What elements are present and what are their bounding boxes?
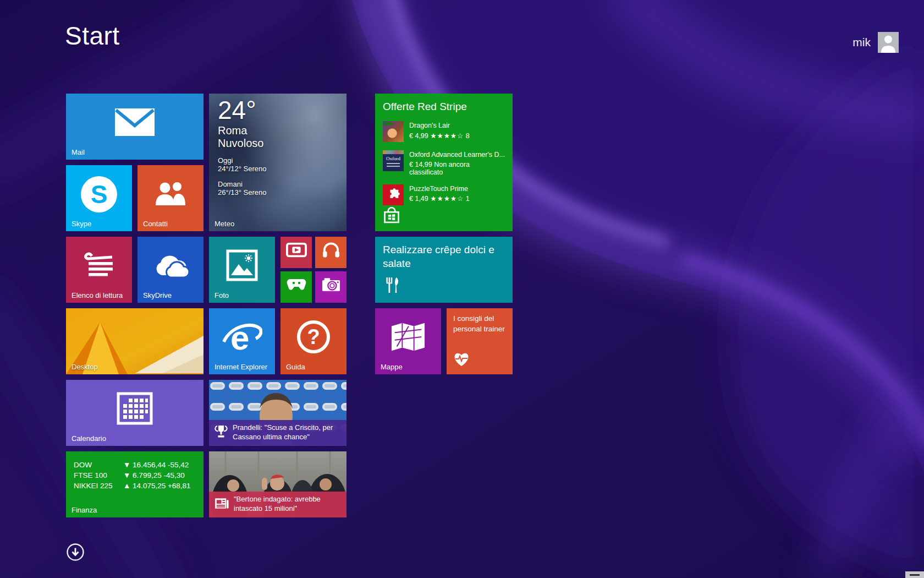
tile-sport-news[interactable]: Prandelli: "Scuse a Criscito, per Cassan…: [209, 380, 346, 446]
quote-row: NIKKEI 225 ▲ 14.075,25 +68,81: [74, 481, 204, 491]
store-item-price: € 1,49: [409, 195, 428, 203]
star-rating: ★★★★☆: [430, 132, 464, 140]
store-item-name: Oxford Advanced Learner's D...: [409, 151, 505, 160]
tile-desktop[interactable]: Desktop: [66, 308, 204, 374]
newspaper-icon: [215, 498, 229, 511]
tile-games[interactable]: [280, 271, 312, 303]
star-rating: ★★★★☆: [430, 195, 464, 203]
book-cover-line: [387, 163, 400, 164]
apps-view-button[interactable]: [66, 543, 85, 561]
trainer-article-title: I consigli del personal trainer: [447, 308, 513, 335]
xbox-controller-icon: [287, 278, 306, 293]
tile-label: Calendario: [72, 434, 106, 443]
quote-value: ▲ 14.075,25 +68,81: [123, 481, 191, 491]
xbox-badge: [384, 122, 392, 125]
tile-mail[interactable]: Mail: [66, 94, 204, 160]
store-offers-title: Offerte Red Stripe: [383, 101, 505, 113]
calendar-icon: [117, 392, 153, 427]
weather-city: Roma: [218, 124, 346, 138]
tile-personal-trainer[interactable]: I consigli del personal trainer: [447, 308, 513, 374]
tile-label: Mappe: [381, 363, 403, 371]
tile-help[interactable]: ? Guida: [280, 308, 346, 374]
user-account[interactable]: mik: [853, 32, 899, 53]
tile-label: Desktop: [72, 363, 98, 371]
cloud-icon: [152, 253, 189, 280]
quote-name: FTSE 100: [74, 470, 123, 481]
store-item-price: € 4,99: [409, 132, 428, 140]
store-item-price: € 14,99: [409, 161, 432, 168]
tile-store-offers[interactable]: Offerte Red Stripe Dragon's Lair € 4,99 …: [375, 94, 513, 231]
news-headline-bar: "Bertone indagato: avrebbe intascato 15 …: [209, 492, 346, 517]
tile-label: Contatti: [143, 220, 168, 228]
store-item[interactable]: PuzzleTouch Prime € 1,49 ★★★★☆ 1: [383, 184, 505, 205]
tile-camera[interactable]: [315, 271, 346, 303]
tile-finance[interactable]: DOW ▼ 16.456,44 -55,42 FTSE 100 ▼ 6.799,…: [66, 451, 204, 517]
quote-name: NIKKEI 225: [74, 481, 123, 491]
finance-quotes: DOW ▼ 16.456,44 -55,42 FTSE 100 ▼ 6.799,…: [66, 451, 204, 491]
heart-pulse-icon: [453, 352, 470, 369]
tile-video[interactable]: [280, 237, 312, 268]
weather-temperature: 24°: [218, 97, 346, 124]
tile-weather[interactable]: 24° Roma Nuvoloso Oggi 24°/12° Sereno Do…: [209, 94, 346, 231]
sport-headline-bar: Prandelli: "Scuse a Criscito, per Cassan…: [209, 420, 346, 446]
map-icon: [391, 321, 426, 355]
people-icon: [155, 182, 186, 208]
tile-photos[interactable]: Foto: [209, 237, 275, 303]
tile-label: Elenco di lettura: [72, 291, 123, 299]
headphones-icon: [322, 242, 340, 260]
mail-icon: [115, 108, 155, 138]
fork-knife-icon: [384, 276, 400, 296]
page-title: Start: [65, 21, 120, 51]
tile-label: Finanza: [72, 506, 97, 514]
rating-count: 8: [466, 132, 470, 140]
weather-tomorrow-label: Domani: [218, 180, 346, 189]
tile-label: SkyDrive: [143, 291, 172, 299]
tile-reading-list[interactable]: Elenco di lettura: [66, 237, 132, 303]
store-item-rating: € 1,49 ★★★★☆ 1: [409, 194, 470, 203]
user-avatar-icon[interactable]: [878, 32, 899, 53]
tile-music[interactable]: [315, 237, 346, 268]
tile-label: Guida: [286, 363, 305, 371]
tile-news[interactable]: "Bertone indagato: avrebbe intascato 15 …: [209, 451, 346, 517]
weather-today-label: Oggi: [218, 156, 346, 165]
weather-summary: 24° Roma Nuvoloso Oggi 24°/12° Sereno Do…: [209, 94, 346, 198]
puzzletouch-thumbnail: [383, 184, 404, 205]
tile-label: Internet Explorer: [215, 363, 267, 371]
horizontal-scrollbar-thumb[interactable]: [905, 571, 924, 578]
tile-food-article[interactable]: Realizzare crêpe dolci e salate: [375, 237, 513, 303]
photo-icon: [226, 249, 258, 283]
store-item-name: PuzzleTouch Prime: [409, 185, 470, 194]
tile-internet-explorer[interactable]: e Internet Explorer: [209, 308, 275, 374]
store-icon: [383, 207, 400, 226]
food-article-title: Realizzare crêpe dolci e salate: [375, 237, 513, 270]
start-screen: Start mik Mail 24° Roma Nuvoloso Oggi 24…: [0, 0, 924, 578]
tile-maps[interactable]: Mappe: [375, 308, 441, 374]
puzzle-piece-icon: [386, 188, 400, 201]
book-cover-line: [387, 166, 400, 167]
quote-name: DOW: [74, 460, 123, 470]
tile-calendar[interactable]: Calendario: [66, 380, 204, 446]
tile-label: Skype: [72, 220, 91, 228]
tile-skype[interactable]: S Skype: [66, 165, 132, 231]
user-name: mik: [853, 36, 871, 49]
help-icon: ?: [296, 319, 331, 357]
video-icon: [286, 242, 307, 259]
tile-skydrive[interactable]: SkyDrive: [138, 237, 204, 303]
store-item[interactable]: Dragon's Lair € 4,99 ★★★★☆ 8: [383, 121, 505, 142]
svg-text:?: ?: [307, 325, 320, 348]
tile-contacts[interactable]: Contatti: [138, 165, 204, 231]
store-item[interactable]: Oxford Oxford Advanced Learner's D... € …: [383, 150, 505, 176]
tile-label: Meteo: [215, 220, 234, 228]
book-cover-strip: [383, 150, 404, 154]
store-item-rating: € 14,99 Non ancora classificato: [409, 161, 505, 176]
rating-count: 1: [466, 195, 470, 203]
news-headline: "Bertone indagato: avrebbe intascato 15 …: [234, 495, 342, 514]
quote-row: DOW ▼ 16.456,44 -55,42: [74, 460, 204, 470]
trophy-icon: [215, 424, 228, 441]
oxford-dictionary-thumbnail: Oxford: [383, 150, 404, 171]
weather-today-forecast: 24°/12° Sereno: [218, 165, 346, 173]
sport-headline: Prandelli: "Scuse a Criscito, per Cassan…: [233, 423, 340, 442]
weather-tomorrow-forecast: 26°/13° Sereno: [218, 188, 346, 197]
tile-label: Foto: [215, 291, 229, 299]
internet-explorer-icon: e: [222, 318, 262, 358]
